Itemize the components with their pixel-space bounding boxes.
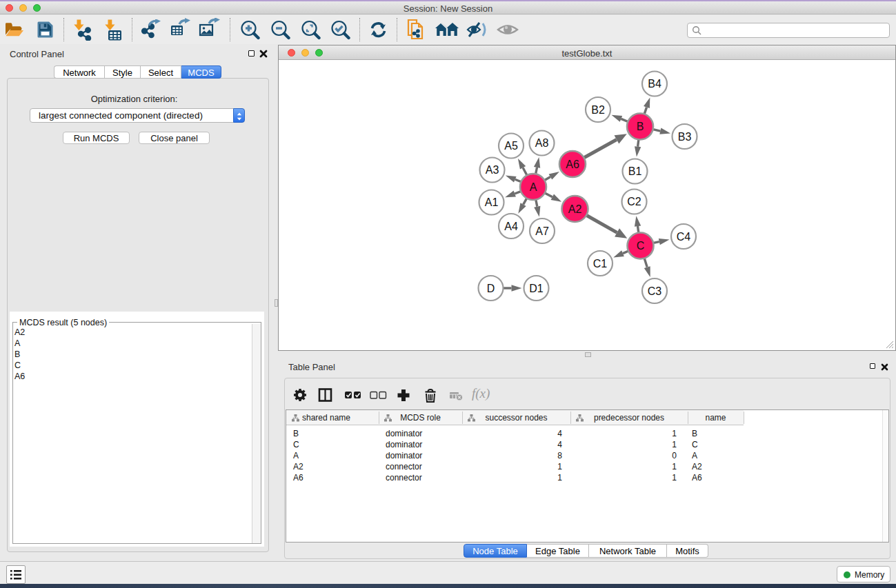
svg-text:A1: A1 — [485, 196, 499, 208]
svg-text:A2: A2 — [568, 203, 582, 215]
svg-text:A7: A7 — [535, 225, 549, 237]
svg-text:B: B — [637, 121, 644, 132]
svg-text:C: C — [637, 240, 645, 252]
svg-text:B4: B4 — [648, 78, 661, 90]
svg-text:B2: B2 — [591, 104, 605, 116]
svg-text:A3: A3 — [486, 164, 499, 176]
svg-text:C4: C4 — [677, 231, 691, 243]
svg-text:C1: C1 — [593, 258, 608, 270]
svg-text:C3: C3 — [648, 285, 662, 297]
svg-text:A: A — [530, 181, 537, 193]
svg-text:B3: B3 — [678, 131, 692, 143]
svg-text:D: D — [487, 283, 495, 294]
svg-text:A5: A5 — [504, 140, 518, 152]
svg-text:A8: A8 — [535, 137, 549, 149]
svg-text:D1: D1 — [529, 283, 544, 294]
svg-text:A4: A4 — [504, 221, 518, 232]
svg-text:A6: A6 — [566, 159, 579, 170]
svg-text:B1: B1 — [628, 165, 642, 177]
svg-text:C2: C2 — [627, 196, 641, 207]
